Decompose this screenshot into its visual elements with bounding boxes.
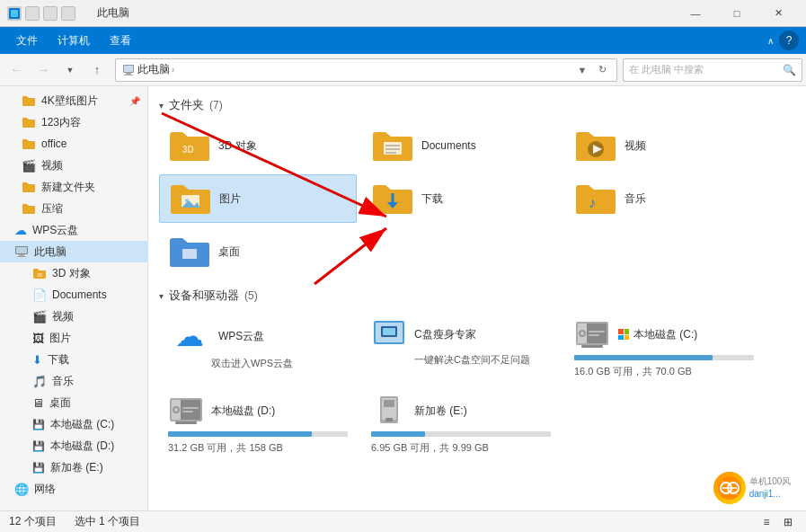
address-bar-right: ▼ ↻ xyxy=(573,61,611,79)
minimize-button[interactable]: — xyxy=(675,0,716,27)
svg-rect-35 xyxy=(589,334,599,336)
sidebar-item-3d[interactable]: 3D 3D 对象 xyxy=(0,262,147,284)
sidebar-item-drive-e[interactable]: 💾 新加卷 (E:) xyxy=(0,457,147,478)
sidebar-item-zip[interactable]: 压缩 xyxy=(0,198,147,219)
maximize-button[interactable]: □ xyxy=(716,0,757,27)
address-dropdown[interactable]: ▼ xyxy=(573,61,591,79)
folder-icon-2 xyxy=(22,116,36,129)
drive-cdisk-top: C盘瘦身专家 xyxy=(371,318,551,350)
folder-video-label: 视频 xyxy=(624,138,646,154)
sidebar-item-downloads[interactable]: ⬇ 下载 xyxy=(0,349,147,370)
menu-file[interactable]: 文件 xyxy=(7,30,47,52)
folder-desktop-label: 桌面 xyxy=(218,244,240,260)
svg-rect-8 xyxy=(19,254,24,256)
main-layout: 4K壁纸图片 📌 123内容 office 🎬 视频 新建文件夹 压缩 ☁ WP… xyxy=(0,86,806,510)
title-bar-controls: — □ ✕ xyxy=(675,0,799,27)
sidebar-item-123[interactable]: 123内容 xyxy=(0,111,147,133)
close-button[interactable]: ✕ xyxy=(757,0,799,27)
status-count: 12 个项目 xyxy=(9,514,57,529)
drive-item-cdisk[interactable]: C盘瘦身专家 一键解决C盘空间不足问题 xyxy=(362,313,560,384)
folder-item-docs[interactable]: Documents xyxy=(362,122,560,169)
drive-item-d[interactable]: 本地磁盘 (D:) 31.2 GB 可用，共 158 GB xyxy=(159,389,357,460)
sidebar-item-video2[interactable]: 🎬 视频 xyxy=(0,306,147,327)
folder-video-big-icon xyxy=(574,128,617,164)
sidebar-item-music[interactable]: 🎵 音乐 xyxy=(0,370,147,392)
drive-item-e[interactable]: 新加卷 (E:) 6.95 GB 可用，共 9.99 GB xyxy=(362,389,560,460)
drive-wps-name: WPS云盘 xyxy=(218,329,264,344)
sidebar-item-pictures[interactable]: 🖼 图片 xyxy=(0,327,147,349)
refresh-button[interactable]: ↻ xyxy=(593,61,611,79)
video-icon: 🎬 xyxy=(22,159,36,173)
address-sep: › xyxy=(172,65,174,75)
title-bar-icon xyxy=(7,6,22,21)
svg-text:♪: ♪ xyxy=(589,195,596,210)
recent-button[interactable]: ▼ xyxy=(58,58,83,83)
svg-rect-5 xyxy=(124,75,133,75)
search-box[interactable]: 在 此电脑 中搜索 🔍 xyxy=(623,58,802,82)
menu-view[interactable]: 查看 xyxy=(101,30,140,52)
watermark-text: 单机100风 danji1... xyxy=(749,475,792,501)
back-button[interactable]: ← xyxy=(4,58,29,83)
sidebar-item-office[interactable]: office xyxy=(0,133,147,155)
folder-docs-label: Documents xyxy=(421,139,476,152)
svg-rect-36 xyxy=(581,345,603,348)
svg-rect-52 xyxy=(385,418,393,421)
drive-e-top: 新加卷 (E:) xyxy=(371,395,551,427)
sidebar-item-wallpaper[interactable]: 4K壁纸图片 📌 xyxy=(0,90,147,111)
tb-new-icon[interactable] xyxy=(25,6,40,21)
svg-point-45 xyxy=(174,408,178,412)
tb-prop-icon[interactable] xyxy=(61,6,75,21)
folder-item-desktop[interactable]: 桌面 xyxy=(159,228,357,275)
title-bar: 此电脑 — □ ✕ xyxy=(0,0,806,27)
folder-3d-label: 3D 对象 xyxy=(218,138,257,154)
folders-count: (7) xyxy=(209,99,223,111)
drive-d-bar-wrap xyxy=(168,431,348,437)
drive-wps-sub: 双击进入WPS云盘 xyxy=(168,357,348,370)
folders-grid: 3D 3D 对象 Documents 视频 xyxy=(159,122,795,275)
sidebar-item-network[interactable]: 🌐 网络 xyxy=(0,478,147,500)
menu-computer[interactable]: 计算机 xyxy=(49,30,99,52)
folders-section-header: ▾ 文件夹 (7) xyxy=(159,97,795,113)
watermark: 单机100风 danji1... xyxy=(698,466,806,510)
drives-chevron[interactable]: ▾ xyxy=(159,291,164,301)
search-placeholder: 在 此电脑 中搜索 xyxy=(629,63,704,76)
tb-open-icon[interactable] xyxy=(43,6,58,21)
svg-rect-24 xyxy=(182,249,197,259)
search-icon[interactable]: 🔍 xyxy=(783,64,796,76)
folder-item-downloads[interactable]: 下载 xyxy=(362,174,560,223)
folder-item-music[interactable]: ♪ 音乐 xyxy=(565,174,763,223)
sidebar-item-drive-d[interactable]: 💾 本地磁盘 (D:) xyxy=(0,435,147,457)
download-icon: ⬇ xyxy=(32,353,42,367)
folder-downloads-big-icon xyxy=(371,181,414,217)
folder-item-3d[interactable]: 3D 3D 对象 xyxy=(159,122,357,169)
svg-point-33 xyxy=(580,332,584,335)
drive-item-c[interactable]: 本地磁盘 (C:) 16.0 GB 可用，共 70.0 GB xyxy=(565,313,763,384)
sidebar-item-desktop[interactable]: 🖥 桌面 xyxy=(0,392,147,413)
sidebar-item-newfolder[interactable]: 新建文件夹 xyxy=(0,176,147,198)
sidebar-item-docs[interactable]: 📄 Documents xyxy=(0,284,147,306)
folders-chevron[interactable]: ▾ xyxy=(159,101,164,111)
list-view-button[interactable]: ≡ xyxy=(757,513,775,531)
folder-item-pictures[interactable]: 图片 xyxy=(159,174,357,223)
sidebar-item-drive-c[interactable]: 💾 本地磁盘 (C:) xyxy=(0,413,147,435)
drive-c-bar-wrap xyxy=(574,355,754,360)
sidebar-item-thispc[interactable]: 此电脑 xyxy=(0,241,147,262)
drive-item-wps[interactable]: ☁ WPS云盘 双击进入WPS云盘 xyxy=(159,313,357,384)
grid-view-button[interactable]: ⊞ xyxy=(779,513,797,531)
drive-c-icon: 💾 xyxy=(32,419,45,430)
svg-rect-46 xyxy=(182,407,199,409)
ribbon-toggle[interactable]: ∧ xyxy=(767,36,774,46)
forward-button[interactable]: → xyxy=(31,58,56,83)
content-area: ▾ 文件夹 (7) 3D 3D 对象 Documents xyxy=(148,86,806,510)
address-bar[interactable]: 此电脑 › ▼ ↻ xyxy=(115,58,617,82)
help-button[interactable]: ? xyxy=(779,31,799,50)
up-button[interactable]: ↑ xyxy=(84,58,110,83)
drives-count: (5) xyxy=(244,289,258,302)
drive-e-bar xyxy=(371,431,425,437)
svg-rect-38 xyxy=(624,329,629,334)
sidebar-item-video1[interactable]: 🎬 视频 xyxy=(0,155,147,176)
folder-item-video[interactable]: 视频 xyxy=(565,122,763,169)
music-icon: 🎵 xyxy=(32,375,47,388)
sidebar-item-wps[interactable]: ☁ WPS云盘 xyxy=(0,219,147,241)
drive-d-sub: 31.2 GB 可用，共 158 GB xyxy=(168,441,348,455)
